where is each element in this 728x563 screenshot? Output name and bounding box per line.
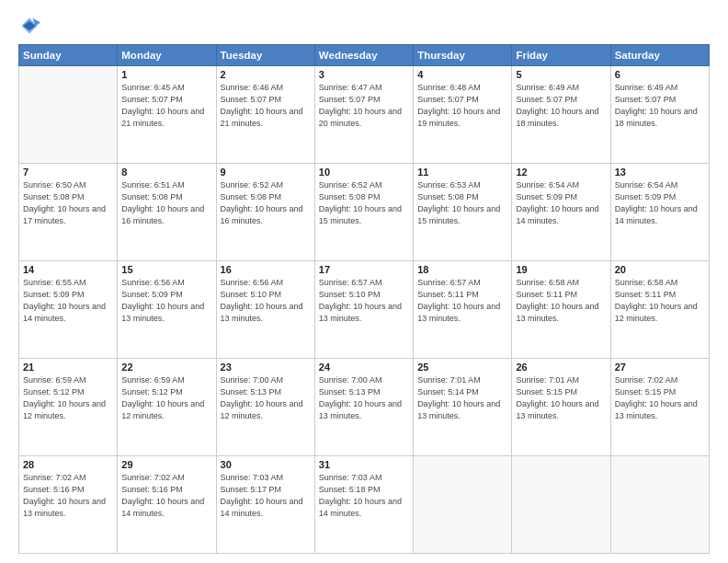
calendar-cell: 5Sunrise: 6:49 AMSunset: 5:07 PMDaylight… [512, 66, 610, 164]
day-number: 2 [221, 69, 311, 80]
calendar-header-row: SundayMondayTuesdayWednesdayThursdayFrid… [19, 45, 710, 66]
calendar-table: SundayMondayTuesdayWednesdayThursdayFrid… [18, 44, 710, 554]
day-number: 19 [516, 264, 606, 275]
day-info: Sunrise: 7:00 AMSunset: 5:13 PMDaylight:… [319, 374, 409, 422]
calendar-cell: 2Sunrise: 6:46 AMSunset: 5:07 PMDaylight… [216, 66, 314, 164]
calendar-week-row: 7Sunrise: 6:50 AMSunset: 5:08 PMDaylight… [19, 164, 710, 261]
day-number: 29 [121, 459, 211, 470]
day-number: 26 [516, 362, 606, 373]
calendar-cell: 3Sunrise: 6:47 AMSunset: 5:07 PMDaylight… [314, 66, 413, 164]
day-info: Sunrise: 6:57 AMSunset: 5:11 PMDaylight:… [417, 277, 507, 325]
day-info: Sunrise: 6:51 AMSunset: 5:08 PMDaylight:… [121, 179, 211, 227]
calendar-cell: 23Sunrise: 7:00 AMSunset: 5:13 PMDayligh… [216, 359, 314, 456]
calendar-cell: 14Sunrise: 6:55 AMSunset: 5:09 PMDayligh… [19, 261, 118, 359]
day-number: 16 [221, 264, 311, 275]
weekday-header: Friday [512, 45, 610, 66]
day-number: 1 [121, 69, 211, 80]
day-info: Sunrise: 6:47 AMSunset: 5:07 PMDaylight:… [319, 82, 409, 130]
day-number: 27 [615, 362, 705, 373]
day-number: 11 [417, 167, 507, 178]
weekday-header: Monday [118, 45, 216, 66]
weekday-header: Wednesday [314, 45, 413, 66]
calendar-cell [19, 66, 118, 164]
calendar-cell [414, 456, 512, 554]
page: SundayMondayTuesdayWednesdayThursdayFrid… [0, 0, 728, 563]
day-info: Sunrise: 6:58 AMSunset: 5:11 PMDaylight:… [615, 277, 705, 325]
day-info: Sunrise: 6:49 AMSunset: 5:07 PMDaylight:… [615, 82, 705, 130]
weekday-header: Tuesday [216, 45, 314, 66]
day-info: Sunrise: 6:46 AMSunset: 5:07 PMDaylight:… [221, 82, 311, 130]
day-info: Sunrise: 7:03 AMSunset: 5:17 PMDaylight:… [221, 472, 311, 520]
day-number: 12 [516, 167, 606, 178]
day-info: Sunrise: 6:52 AMSunset: 5:08 PMDaylight:… [221, 179, 311, 227]
day-info: Sunrise: 6:59 AMSunset: 5:12 PMDaylight:… [121, 374, 211, 422]
day-info: Sunrise: 6:53 AMSunset: 5:08 PMDaylight:… [417, 179, 507, 227]
calendar-cell: 6Sunrise: 6:49 AMSunset: 5:07 PMDaylight… [610, 66, 709, 164]
day-info: Sunrise: 6:52 AMSunset: 5:08 PMDaylight:… [319, 179, 409, 227]
weekday-header: Thursday [414, 45, 512, 66]
calendar-cell: 25Sunrise: 7:01 AMSunset: 5:14 PMDayligh… [414, 359, 512, 456]
day-info: Sunrise: 6:54 AMSunset: 5:09 PMDaylight:… [615, 179, 705, 227]
calendar-cell: 9Sunrise: 6:52 AMSunset: 5:08 PMDaylight… [216, 164, 314, 261]
day-info: Sunrise: 7:01 AMSunset: 5:14 PMDaylight:… [417, 374, 507, 422]
day-info: Sunrise: 6:57 AMSunset: 5:10 PMDaylight:… [319, 277, 409, 325]
calendar-week-row: 14Sunrise: 6:55 AMSunset: 5:09 PMDayligh… [19, 261, 710, 359]
day-info: Sunrise: 6:59 AMSunset: 5:12 PMDaylight:… [23, 374, 113, 422]
logo [18, 15, 44, 37]
calendar-cell: 18Sunrise: 6:57 AMSunset: 5:11 PMDayligh… [414, 261, 512, 359]
header [18, 15, 710, 37]
day-number: 10 [319, 167, 409, 178]
calendar-cell [512, 456, 610, 554]
day-number: 22 [121, 362, 211, 373]
day-number: 17 [319, 264, 409, 275]
calendar-week-row: 21Sunrise: 6:59 AMSunset: 5:12 PMDayligh… [19, 359, 710, 456]
day-info: Sunrise: 6:54 AMSunset: 5:09 PMDaylight:… [516, 179, 606, 227]
day-info: Sunrise: 6:49 AMSunset: 5:07 PMDaylight:… [516, 82, 606, 130]
calendar-cell: 29Sunrise: 7:02 AMSunset: 5:16 PMDayligh… [118, 456, 216, 554]
calendar-cell: 22Sunrise: 6:59 AMSunset: 5:12 PMDayligh… [118, 359, 216, 456]
day-info: Sunrise: 7:01 AMSunset: 5:15 PMDaylight:… [516, 374, 606, 422]
logo-icon [18, 15, 40, 37]
day-number: 7 [23, 167, 113, 178]
day-info: Sunrise: 7:03 AMSunset: 5:18 PMDaylight:… [319, 472, 409, 520]
calendar-cell: 4Sunrise: 6:48 AMSunset: 5:07 PMDaylight… [414, 66, 512, 164]
day-number: 6 [615, 69, 705, 80]
calendar-cell: 1Sunrise: 6:45 AMSunset: 5:07 PMDaylight… [118, 66, 216, 164]
day-info: Sunrise: 7:02 AMSunset: 5:15 PMDaylight:… [615, 374, 705, 422]
day-number: 18 [417, 264, 507, 275]
calendar-cell: 15Sunrise: 6:56 AMSunset: 5:09 PMDayligh… [118, 261, 216, 359]
day-info: Sunrise: 6:56 AMSunset: 5:10 PMDaylight:… [221, 277, 311, 325]
calendar-week-row: 28Sunrise: 7:02 AMSunset: 5:16 PMDayligh… [19, 456, 710, 554]
day-number: 13 [615, 167, 705, 178]
day-info: Sunrise: 6:45 AMSunset: 5:07 PMDaylight:… [121, 82, 211, 130]
day-number: 28 [23, 459, 113, 470]
calendar-cell: 30Sunrise: 7:03 AMSunset: 5:17 PMDayligh… [216, 456, 314, 554]
day-number: 15 [121, 264, 211, 275]
calendar-cell: 21Sunrise: 6:59 AMSunset: 5:12 PMDayligh… [19, 359, 118, 456]
calendar-cell: 27Sunrise: 7:02 AMSunset: 5:15 PMDayligh… [610, 359, 709, 456]
calendar-cell [610, 456, 709, 554]
day-info: Sunrise: 7:02 AMSunset: 5:16 PMDaylight:… [23, 472, 113, 520]
calendar-cell: 20Sunrise: 6:58 AMSunset: 5:11 PMDayligh… [610, 261, 709, 359]
calendar-cell: 11Sunrise: 6:53 AMSunset: 5:08 PMDayligh… [414, 164, 512, 261]
calendar-cell: 13Sunrise: 6:54 AMSunset: 5:09 PMDayligh… [610, 164, 709, 261]
day-number: 25 [417, 362, 507, 373]
day-number: 23 [221, 362, 311, 373]
calendar-cell: 26Sunrise: 7:01 AMSunset: 5:15 PMDayligh… [512, 359, 610, 456]
calendar-cell: 7Sunrise: 6:50 AMSunset: 5:08 PMDaylight… [19, 164, 118, 261]
weekday-header: Saturday [610, 45, 709, 66]
calendar-cell: 8Sunrise: 6:51 AMSunset: 5:08 PMDaylight… [118, 164, 216, 261]
calendar-cell: 16Sunrise: 6:56 AMSunset: 5:10 PMDayligh… [216, 261, 314, 359]
day-number: 31 [319, 459, 409, 470]
day-info: Sunrise: 7:00 AMSunset: 5:13 PMDaylight:… [221, 374, 311, 422]
calendar-cell: 28Sunrise: 7:02 AMSunset: 5:16 PMDayligh… [19, 456, 118, 554]
day-number: 9 [221, 167, 311, 178]
day-info: Sunrise: 6:55 AMSunset: 5:09 PMDaylight:… [23, 277, 113, 325]
day-info: Sunrise: 6:48 AMSunset: 5:07 PMDaylight:… [417, 82, 507, 130]
day-number: 24 [319, 362, 409, 373]
calendar-cell: 19Sunrise: 6:58 AMSunset: 5:11 PMDayligh… [512, 261, 610, 359]
calendar-cell: 10Sunrise: 6:52 AMSunset: 5:08 PMDayligh… [314, 164, 413, 261]
weekday-header: Sunday [19, 45, 118, 66]
day-number: 3 [319, 69, 409, 80]
day-info: Sunrise: 6:58 AMSunset: 5:11 PMDaylight:… [516, 277, 606, 325]
